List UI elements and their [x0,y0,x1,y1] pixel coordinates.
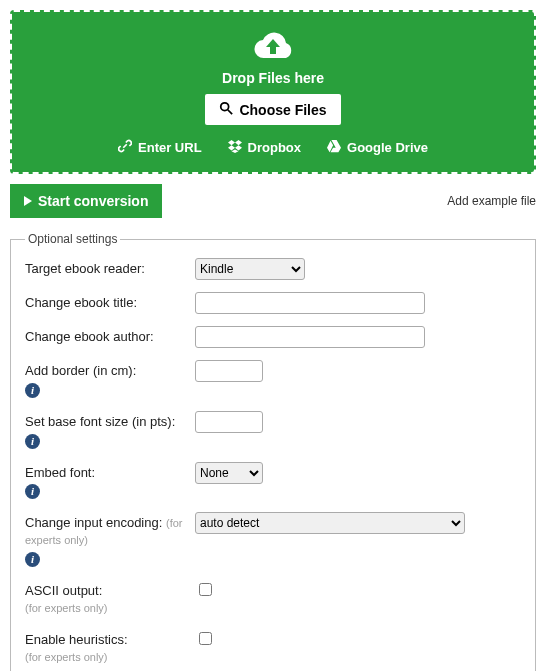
dropzone[interactable]: Drop Files here Choose Files Enter URL D… [10,10,536,174]
dropbox-link[interactable]: Dropbox [228,139,301,156]
title-input[interactable] [195,292,425,314]
font-size-input[interactable] [195,411,263,433]
ascii-checkbox[interactable] [199,583,212,596]
encoding-label: Change input encoding: [25,515,162,530]
ascii-note: (for experts only) [25,602,108,614]
embed-font-select[interactable]: None [195,462,263,484]
cloud-upload-icon [22,30,524,64]
font-size-label: Set base font size (in pts): [25,414,175,429]
link-icon [118,139,132,156]
enter-url-link[interactable]: Enter URL [118,139,202,156]
choose-files-label: Choose Files [239,102,326,118]
dropbox-icon [228,139,242,156]
choose-files-button[interactable]: Choose Files [205,94,340,125]
heuristics-label: Enable heuristics: [25,632,128,647]
info-icon[interactable]: i [25,484,40,499]
target-reader-select[interactable]: Kindle [195,258,305,280]
author-input[interactable] [195,326,425,348]
search-icon [219,101,233,118]
title-label: Change ebook title: [25,292,195,312]
border-input[interactable] [195,360,263,382]
svg-point-0 [221,103,229,111]
info-icon[interactable]: i [25,434,40,449]
encoding-select[interactable]: auto detect [195,512,465,534]
enter-url-label: Enter URL [138,140,202,155]
google-drive-link[interactable]: Google Drive [327,139,428,156]
info-icon[interactable]: i [25,383,40,398]
chevron-right-icon [24,193,32,209]
optional-legend: Optional settings [25,232,120,246]
google-drive-icon [327,139,341,156]
add-example-link[interactable]: Add example file [447,194,536,208]
border-label: Add border (in cm): [25,363,136,378]
svg-line-1 [228,110,232,114]
gdrive-label: Google Drive [347,140,428,155]
heuristics-note: (for experts only) [25,651,108,663]
ascii-label: ASCII output: [25,583,102,598]
optional-settings-fieldset: Optional settings Target ebook reader: K… [10,232,536,671]
embed-font-label: Embed font: [25,465,95,480]
target-reader-label: Target ebook reader: [25,258,195,278]
start-conversion-button[interactable]: Start conversion [10,184,162,218]
heuristics-checkbox[interactable] [199,632,212,645]
dropbox-label: Dropbox [248,140,301,155]
start-label: Start conversion [38,193,148,209]
author-label: Change ebook author: [25,326,195,346]
info-icon[interactable]: i [25,552,40,567]
drop-title: Drop Files here [22,70,524,86]
